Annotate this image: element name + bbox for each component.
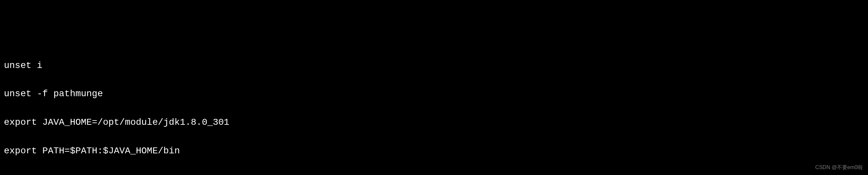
terminal-line: unset i — [4, 58, 864, 73]
watermark-text: CSDN @不要em0啦 — [815, 164, 863, 172]
terminal-line: unset -f pathmunge — [4, 87, 864, 101]
terminal-line: export ZK_HOME=/opt/module/zookeeper-3.4… — [4, 172, 864, 175]
terminal-line: export JAVA_HOME=/opt/module/jdk1.8.0_30… — [4, 115, 864, 129]
terminal-line: export PATH=$PATH:$JAVA_HOME/bin — [4, 144, 864, 158]
